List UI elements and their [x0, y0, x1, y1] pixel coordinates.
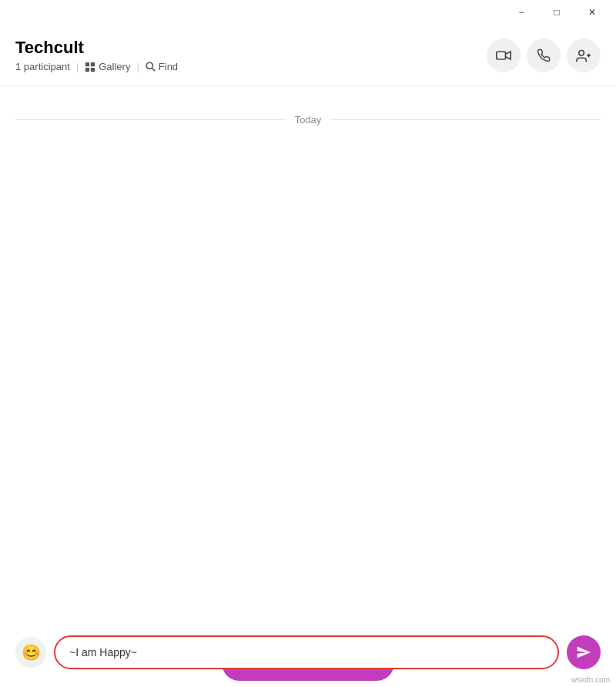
- video-camera-icon: [496, 49, 511, 62]
- watermark: wsxdn.com: [571, 675, 610, 684]
- minimize-button[interactable]: −: [504, 0, 539, 25]
- audio-call-button[interactable]: [527, 39, 561, 72]
- message-input-wrapper: [54, 635, 559, 669]
- title-bar: − □ ✕: [0, 0, 616, 25]
- maximize-button[interactable]: □: [539, 0, 574, 25]
- video-call-button[interactable]: [487, 39, 521, 72]
- gallery-label: Gallery: [99, 61, 130, 72]
- separator-1: |: [76, 61, 79, 72]
- date-divider: Today: [15, 114, 601, 126]
- svg-rect-3: [91, 67, 95, 71]
- separator-2: |: [136, 61, 139, 72]
- svg-rect-1: [91, 62, 95, 65]
- svg-rect-6: [497, 52, 506, 59]
- chat-header: Techcult 1 participant | Gallery | Fin: [0, 25, 616, 86]
- divider-line-right: [330, 119, 601, 120]
- find-link[interactable]: Find: [146, 61, 178, 72]
- add-person-icon: [576, 49, 591, 62]
- chat-area: Today: [0, 86, 616, 633]
- gallery-icon: [85, 62, 95, 72]
- svg-point-7: [579, 50, 584, 55]
- svg-point-4: [146, 62, 152, 69]
- close-button[interactable]: ✕: [574, 0, 610, 25]
- svg-line-5: [152, 69, 155, 72]
- add-person-button[interactable]: [567, 39, 601, 72]
- chat-title: Techcult: [15, 38, 178, 58]
- header-left: Techcult 1 participant | Gallery | Fin: [15, 38, 178, 72]
- message-input[interactable]: [69, 646, 544, 659]
- svg-rect-0: [85, 62, 89, 65]
- date-divider-text: Today: [295, 114, 322, 126]
- gallery-link[interactable]: Gallery: [85, 61, 130, 72]
- phone-icon: [537, 49, 551, 62]
- send-icon: [576, 645, 591, 660]
- divider-line-left: [15, 119, 286, 120]
- svg-rect-2: [85, 67, 89, 71]
- emoji-icon: 😊: [22, 643, 41, 662]
- find-label: Find: [159, 61, 178, 72]
- find-icon: [146, 62, 156, 72]
- message-input-area: 😊: [15, 633, 601, 672]
- chat-meta: 1 participant | Gallery | Find: [15, 61, 178, 72]
- participants-count: 1 participant: [15, 61, 70, 72]
- emoji-button[interactable]: 😊: [15, 637, 46, 668]
- send-button[interactable]: [567, 635, 601, 669]
- header-actions: [487, 39, 601, 72]
